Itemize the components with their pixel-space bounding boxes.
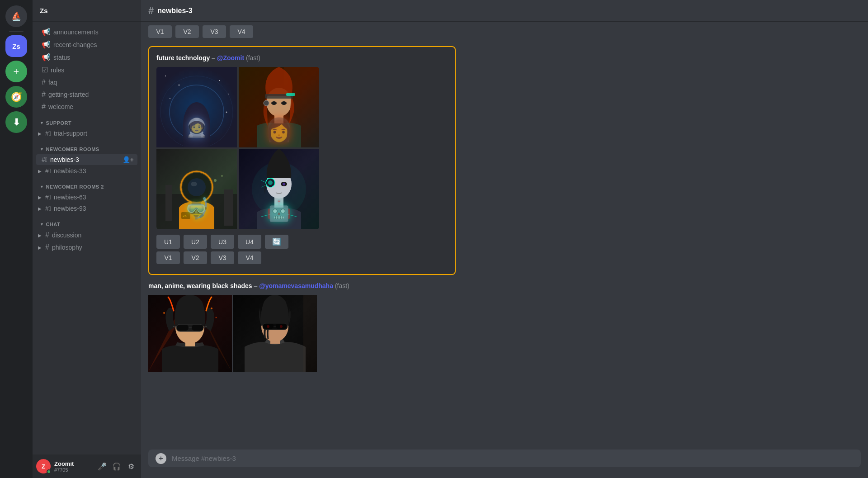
channel-name: status [53, 54, 134, 61]
channel-item-getting-started[interactable]: # getting-started [36, 89, 137, 100]
channel-name: philosophy [52, 244, 134, 251]
svg-rect-26 [165, 185, 172, 221]
channel-name: recent-changes [53, 41, 134, 48]
collapsed-arrow-icon: ▶ [38, 245, 42, 250]
hash-slash-icon: #⃣ [45, 130, 51, 137]
image-cell-4[interactable] [239, 149, 319, 229]
attach-file-button[interactable]: + [156, 453, 166, 464]
add-member-icon[interactable]: 👤+ [123, 156, 134, 163]
add-server-button[interactable]: + [5, 61, 27, 82]
channel-item-announcements[interactable]: 📢 announcements [36, 26, 137, 38]
channel-name: newbies-63 [54, 194, 134, 201]
prompt-text: future technology [156, 54, 210, 62]
top-v3-button[interactable]: V3 [203, 25, 226, 38]
discover-icon[interactable]: 🧭 [5, 86, 27, 108]
svg-point-13 [191, 109, 202, 120]
user-info: Zoomit #7705 [54, 460, 92, 473]
svg-point-48 [283, 183, 285, 185]
future-tech-message: future technology – @Zoomit (fast) [148, 46, 456, 275]
collapsed-arrow-icon: ▶ [38, 131, 42, 136]
section-chat[interactable]: ▼ CHAT [33, 214, 141, 229]
user-actions: 🎤 🎧 ⚙ [96, 460, 137, 473]
channel-item-philosophy[interactable]: ▶ # philosophy [36, 241, 137, 253]
channel-item-newbies-63[interactable]: ▶ #⃣ newbies-63 [36, 192, 137, 203]
hash-icon: # [45, 231, 49, 239]
svg-rect-34 [192, 202, 201, 208]
username: Zoomit [54, 460, 92, 467]
image-grid: ZS [156, 67, 319, 229]
channel-name: faq [48, 79, 134, 86]
svg-point-1 [165, 76, 166, 76]
v1-button[interactable]: V1 [156, 251, 180, 264]
u4-button[interactable]: U4 [238, 235, 261, 249]
cyberpunk-girl-image [239, 67, 319, 147]
image-cell-2[interactable] [239, 67, 319, 147]
channel-name: rules [51, 66, 134, 74]
u3-button[interactable]: U3 [211, 235, 234, 249]
channel-item-status[interactable]: 📢 status [36, 51, 137, 63]
svg-point-9 [185, 130, 208, 144]
version-button-row: V1 V2 V3 V4 [156, 251, 448, 264]
section-arrow: ▼ [40, 222, 44, 227]
collapsed-arrow-icon: ▶ [38, 233, 42, 238]
section-arrow: ▼ [40, 147, 44, 151]
user-bar: Z Zoomit #7705 🎤 🎧 ⚙ [33, 454, 141, 478]
svg-rect-27 [224, 189, 233, 226]
server-icon-ship[interactable]: ⛵ [5, 5, 27, 27]
section-newcomer-rooms[interactable]: ▼ NEWCOMER ROOMS [33, 139, 141, 154]
channel-item-trial-support[interactable]: ▶ #⃣ trial-support [36, 128, 137, 139]
refresh-button[interactable]: 🔄 [265, 235, 288, 249]
anime-image-cell-2[interactable] [233, 295, 317, 372]
scifi-astronaut-image [156, 67, 237, 147]
channel-item-newbies-93[interactable]: ▶ #⃣ newbies-93 [36, 203, 137, 214]
svg-rect-0 [156, 67, 237, 147]
section-support[interactable]: ▼ SUPPORT [33, 113, 141, 128]
channel-item-faq[interactable]: # faq [36, 76, 137, 88]
channel-item-rules[interactable]: ☑ rules [36, 64, 137, 76]
messages-area[interactable]: V1 V2 V3 V4 future technology – @Zoomit … [141, 22, 868, 450]
upscale-button-row: U1 U2 U3 U4 🔄 [156, 235, 448, 249]
anime-gen-prompt: man, anime, wearing black shades – @yoma… [148, 282, 861, 289]
u1-button[interactable]: U1 [156, 235, 180, 249]
image-cell-3[interactable]: ZS [156, 149, 237, 229]
channel-item-discussion[interactable]: ▶ # discussion [36, 229, 137, 241]
anime-man-1-image [148, 295, 232, 372]
top-v2-button[interactable]: V2 [175, 25, 199, 38]
channel-item-recent-changes[interactable]: 📢 recent-changes [36, 38, 137, 51]
user-tag: #7705 [54, 467, 92, 473]
deafen-button[interactable]: 🎧 [110, 460, 123, 473]
svg-point-62 [163, 312, 165, 314]
image-cell-1[interactable] [156, 67, 237, 147]
anime-image-cell-1[interactable] [148, 295, 232, 372]
refresh-icon: 🔄 [272, 238, 281, 246]
svg-point-61 [216, 317, 217, 318]
svg-point-38 [221, 175, 223, 177]
diver-suit-image: ZS [156, 149, 237, 229]
server-name[interactable]: Zs [33, 0, 141, 22]
v3-button[interactable]: V3 [211, 251, 234, 264]
u2-button[interactable]: U2 [184, 235, 207, 249]
top-v4-button[interactable]: V4 [230, 25, 253, 38]
server-icon-zs[interactable]: Zs [5, 35, 27, 57]
mute-button[interactable]: 🎤 [96, 460, 108, 473]
anime-man-2-image [233, 295, 317, 372]
svg-point-23 [264, 100, 269, 106]
top-v1-button[interactable]: V1 [148, 25, 172, 38]
channel-item-newbies-3[interactable]: #⃣ newbies-3 👤+ [36, 154, 137, 165]
message-input[interactable] [172, 450, 854, 467]
settings-button[interactable]: ⚙ [125, 460, 137, 473]
svg-point-33 [191, 182, 197, 186]
sidebar: Zs 📢 announcements 📢 recent-changes 📢 st… [33, 0, 141, 478]
message-input-area: + [141, 450, 868, 478]
svg-point-71 [280, 325, 283, 328]
section-newcomer-rooms-2[interactable]: ▼ NEWCOMER ROOMS 2 [33, 177, 141, 191]
download-icon[interactable]: ⬇ [5, 111, 27, 133]
v4-button[interactable]: V4 [238, 251, 261, 264]
svg-rect-20 [286, 93, 295, 96]
channel-item-welcome[interactable]: # welcome [36, 101, 137, 113]
channel-item-newbies-33[interactable]: ▶ #⃣ newbies-33 [36, 166, 137, 176]
prompt-text: man, anime, wearing black shades [148, 282, 252, 289]
hash-slash-icon: #⃣ [45, 194, 51, 201]
svg-point-5 [170, 98, 170, 99]
v2-button[interactable]: V2 [184, 251, 207, 264]
